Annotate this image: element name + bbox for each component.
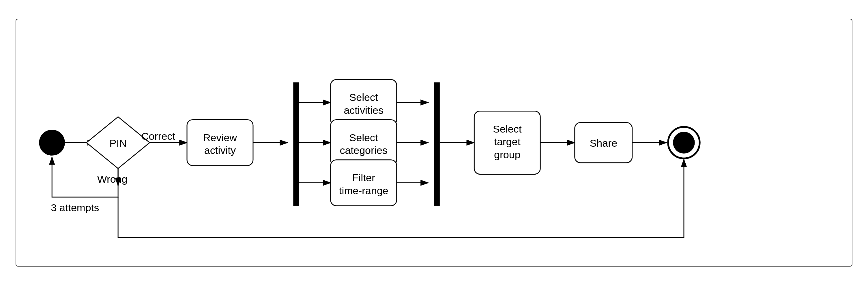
pin-label: PIN xyxy=(110,138,127,149)
wrong-label: Wrong xyxy=(97,173,128,185)
select-activities-line2: activities xyxy=(344,104,383,116)
filter-timerange-line1: Filter xyxy=(352,172,375,183)
review-line1: Review xyxy=(203,132,237,143)
attempts-label: 3 attempts xyxy=(51,202,99,214)
wrong-long-path xyxy=(118,159,684,237)
diagram-container: PIN Wrong 3 attempts Correct Review acti… xyxy=(16,19,852,266)
filter-timerange-line2: time-range xyxy=(339,185,389,196)
join-bar xyxy=(434,82,440,206)
select-categories-line1: Select xyxy=(349,132,378,143)
select-activities-line1: Select xyxy=(349,92,378,103)
select-target-line2: target xyxy=(494,136,521,147)
end-inner xyxy=(673,132,695,153)
fork-bar xyxy=(293,82,299,206)
review-line2: activity xyxy=(204,145,236,156)
select-categories-line2: categories xyxy=(340,145,387,156)
correct-label: Correct xyxy=(142,130,176,142)
select-target-line3: group xyxy=(494,149,521,161)
share-label: Share xyxy=(590,138,617,149)
start-node xyxy=(39,130,65,155)
select-target-line1: Select xyxy=(493,123,522,135)
self-loop-path xyxy=(52,157,61,197)
